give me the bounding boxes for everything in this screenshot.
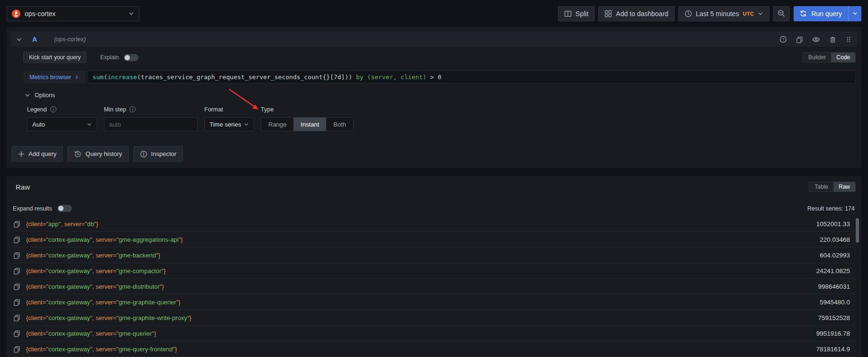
duplicate-query-icon[interactable] xyxy=(796,36,803,43)
chevron-down-icon xyxy=(87,122,92,127)
type-option-range[interactable]: Range xyxy=(261,118,293,131)
series-value: 9951916.78 xyxy=(807,330,850,337)
zoom-out-button[interactable] xyxy=(773,6,790,21)
results-scrollbar-thumb[interactable] xyxy=(856,218,859,243)
timezone-label: UTC xyxy=(743,11,754,17)
copy-label-icon[interactable] xyxy=(13,267,21,275)
dashboard-grid-icon xyxy=(604,10,612,18)
inspector-label: Inspector xyxy=(151,150,176,157)
datasource-picker[interactable]: ops-cortex xyxy=(7,6,139,21)
info-icon[interactable]: i xyxy=(50,106,56,112)
copy-label-icon[interactable] xyxy=(13,252,21,259)
copy-label-icon[interactable] xyxy=(13,346,21,353)
history-icon xyxy=(74,150,82,158)
explain-label: Explain xyxy=(100,54,119,61)
query-expression[interactable]: sum(increase(traces_service_graph_reques… xyxy=(87,71,856,83)
add-to-dashboard-button[interactable]: Add to dashboard xyxy=(598,6,675,21)
options-section-label: Options xyxy=(35,92,55,99)
options-section-toggle[interactable]: Options xyxy=(25,92,858,99)
explore-toolbar: ops-cortex Split Add to dashboard xyxy=(0,0,868,27)
info-icon[interactable]: i xyxy=(129,106,136,112)
toggle-knob xyxy=(58,206,64,211)
copy-label-icon[interactable] xyxy=(13,236,21,243)
series-labels: {client="cortex-gateway", server="gme-co… xyxy=(26,267,166,275)
editor-mode-builder[interactable]: Builder xyxy=(803,53,831,62)
result-row: {client="cortex-gateway", server="gme-co… xyxy=(13,263,856,279)
help-icon[interactable]: ? xyxy=(779,36,787,43)
results-panel: Raw TableRaw Expand results Result serie… xyxy=(7,176,861,357)
query-history-label: Query history xyxy=(85,150,122,157)
run-query-dropdown[interactable] xyxy=(848,6,861,21)
format-select[interactable]: Time series xyxy=(204,117,254,131)
run-query-button[interactable]: Run query xyxy=(794,6,861,21)
chevron-down-icon xyxy=(128,11,134,17)
legend-value: Auto xyxy=(32,121,45,128)
kick-start-query-button[interactable]: Kick start your query xyxy=(23,52,86,63)
series-value: 5945480.0 xyxy=(810,299,850,306)
hide-response-eye-icon[interactable] xyxy=(812,36,820,44)
series-value: 24241.0825 xyxy=(807,267,850,275)
series-labels: {client="cortex-gateway", server="gme-gr… xyxy=(26,314,192,321)
drag-handle-icon[interactable] xyxy=(845,36,852,43)
split-icon xyxy=(564,10,572,18)
query-type-switch: RangeInstantBoth xyxy=(261,117,354,131)
clock-icon xyxy=(685,10,692,18)
time-range-label: Last 5 minutes xyxy=(696,10,739,18)
editor-mode-switch: BuilderCode xyxy=(803,52,856,63)
result-row: {client="app", server="db"} 1052001.33 xyxy=(13,216,856,232)
view-mode-raw[interactable]: Raw xyxy=(833,182,855,192)
add-query-button[interactable]: Add query xyxy=(11,146,63,162)
copy-label-icon[interactable] xyxy=(13,299,21,306)
chevron-down-icon xyxy=(25,92,30,98)
explain-toggle[interactable] xyxy=(124,54,138,61)
result-series-count: Result series: 174 xyxy=(807,205,855,212)
copy-label-icon[interactable] xyxy=(13,330,21,337)
series-value: 759152528 xyxy=(808,314,850,321)
plus-icon xyxy=(18,151,25,157)
series-labels: {client="cortex-gateway", server="gme-ag… xyxy=(26,236,183,243)
type-option-instant[interactable]: Instant xyxy=(293,118,326,131)
split-label: Split xyxy=(576,10,588,18)
copy-label-icon[interactable] xyxy=(13,314,21,321)
svg-text:?: ? xyxy=(782,37,785,42)
min-step-input[interactable] xyxy=(109,121,192,128)
query-datasource-hint: (ops-cortex) xyxy=(54,36,86,43)
legend-label: Legend xyxy=(27,106,47,113)
type-field: Type RangeInstantBoth xyxy=(261,106,354,131)
view-mode-table[interactable]: Table xyxy=(809,182,833,192)
prometheus-icon xyxy=(12,9,20,18)
inspector-button[interactable]: Inspector xyxy=(133,146,183,162)
type-option-both[interactable]: Both xyxy=(326,118,353,131)
results-view-switch: TableRaw xyxy=(809,182,856,192)
series-value: 78181614.9 xyxy=(807,346,850,353)
run-query-label: Run query xyxy=(811,10,842,18)
expand-results-toggle[interactable] xyxy=(57,205,72,212)
legend-select[interactable]: Auto xyxy=(27,117,97,131)
add-to-dashboard-label: Add to dashboard xyxy=(616,10,668,18)
min-step-label: Min step xyxy=(104,106,126,113)
min-step-field: Min step i xyxy=(104,106,198,131)
metrics-browser-button[interactable]: Metrics browser xyxy=(23,71,85,83)
time-range-picker[interactable]: Last 5 minutes UTC xyxy=(678,6,770,21)
query-row-header[interactable]: A (ops-cortex) ? xyxy=(10,32,858,47)
chevron-down-icon xyxy=(244,122,249,127)
metrics-browser-label: Metrics browser xyxy=(29,74,71,81)
split-button[interactable]: Split xyxy=(558,6,594,21)
editor-mode-code[interactable]: Code xyxy=(831,53,855,62)
series-value: 998646031 xyxy=(808,283,850,290)
query-ref-id: A xyxy=(32,36,37,43)
copy-label-icon[interactable] xyxy=(13,220,21,228)
expand-results-label: Expand results xyxy=(13,205,52,212)
chevron-down-icon xyxy=(758,11,763,17)
collapse-chevron-icon[interactable] xyxy=(16,37,22,43)
format-field: Format Time series xyxy=(204,106,254,131)
info-circle-icon xyxy=(140,150,147,158)
result-row: {client="cortex-gateway", server="gme-ba… xyxy=(13,247,856,263)
result-row: {client="cortex-gateway", server="gme-gr… xyxy=(13,310,856,326)
result-row: {client="cortex-gateway", server="gme-qu… xyxy=(13,326,856,341)
query-history-button[interactable]: Query history xyxy=(67,146,128,162)
remove-query-trash-icon[interactable] xyxy=(829,36,836,43)
copy-label-icon[interactable] xyxy=(13,283,21,290)
result-row: {client="cortex-gateway", server="gme-gr… xyxy=(13,294,856,310)
series-labels: {client="cortex-gateway", server="gme-qu… xyxy=(26,330,156,337)
